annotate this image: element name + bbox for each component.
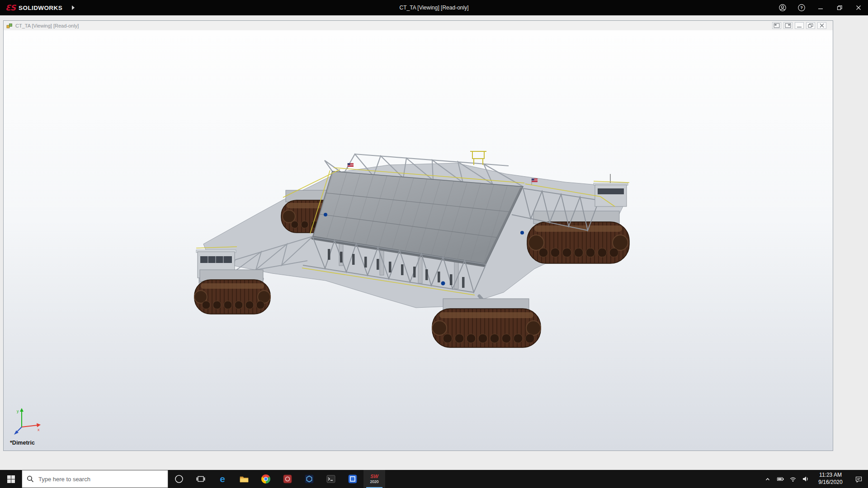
- tray-time: 11:23 AM: [819, 472, 842, 479]
- blue-app-icon: [347, 474, 358, 484]
- volume-icon: [802, 475, 809, 483]
- document-titlebar[interactable]: CT_TA [Viewing] [Read-only]: [4, 21, 833, 31]
- doc-tile-button[interactable]: [783, 22, 793, 29]
- solidworks-app-button[interactable]: SW 2020: [363, 470, 385, 488]
- main-window-client-area: CT_TA [Viewing] [Read-only]: [0, 15, 868, 470]
- close-icon: [856, 5, 861, 10]
- search-input[interactable]: [22, 470, 168, 488]
- svg-text:y: y: [17, 409, 19, 413]
- terminal-app-button[interactable]: [320, 470, 342, 488]
- file-explorer-button[interactable]: [233, 470, 255, 488]
- orientation-triad: y x: [13, 406, 42, 436]
- system-tray: 11:23 AM 9/16/2020: [761, 470, 868, 488]
- minimize-button[interactable]: [811, 0, 830, 15]
- red-app-button[interactable]: [277, 470, 298, 488]
- doc-minimize-icon: [796, 23, 802, 28]
- svg-text:?: ?: [800, 5, 803, 10]
- minimize-icon: [818, 5, 823, 10]
- action-center-icon: [855, 475, 863, 483]
- task-view-button[interactable]: [190, 470, 212, 488]
- search-icon: [27, 475, 34, 483]
- chrome-button[interactable]: [255, 470, 277, 488]
- doc-close-icon: [819, 23, 825, 28]
- doc-cascade-icon: [774, 23, 780, 28]
- help-icon: ?: [797, 3, 806, 12]
- blue-app-button[interactable]: [342, 470, 363, 488]
- menu-expand-arrow-icon[interactable]: [72, 5, 75, 10]
- doc-close-button[interactable]: [817, 22, 826, 29]
- doc-cascade-button[interactable]: [772, 22, 781, 29]
- taskbar-clock[interactable]: 11:23 AM 9/16/2020: [812, 470, 849, 488]
- svg-text:e: e: [220, 474, 225, 484]
- tray-overflow-button[interactable]: [761, 470, 774, 488]
- track-unit-rear-right: [527, 211, 629, 263]
- document-window: CT_TA [Viewing] [Read-only]: [3, 20, 833, 451]
- start-button[interactable]: [0, 470, 22, 488]
- taskbar-search[interactable]: [22, 470, 168, 488]
- restore-icon: [837, 5, 842, 10]
- action-center-button[interactable]: [849, 470, 868, 488]
- us-flag: [348, 163, 354, 169]
- help-button[interactable]: ?: [792, 0, 811, 15]
- doc-restore-icon: [807, 23, 814, 28]
- assembly-doc-icon: [6, 23, 13, 29]
- close-button[interactable]: [849, 0, 868, 15]
- account-icon: [778, 3, 787, 12]
- volume-button[interactable]: [799, 470, 812, 488]
- document-window-controls: [772, 22, 830, 29]
- app-titlebar: ƐS SOLIDWORKS CT_TA [Viewing] [Read-only…: [0, 0, 868, 15]
- doc-minimize-button[interactable]: [795, 22, 804, 29]
- document-title: CT_TA [Viewing] [Read-only]: [15, 23, 79, 28]
- graphics-viewport[interactable]: y x *Dimetric: [4, 30, 833, 450]
- ds-logo-icon: ƐS: [5, 3, 15, 12]
- doc-tile-icon: [785, 23, 791, 28]
- hexagon-app-icon: [304, 474, 315, 484]
- battery-icon: [777, 475, 784, 483]
- terminal-app-icon: [326, 474, 336, 484]
- right-control-cab: [594, 174, 628, 206]
- network-button[interactable]: [787, 470, 799, 488]
- doc-restore-button[interactable]: [806, 22, 815, 29]
- file-explorer-icon: [239, 474, 250, 484]
- edge-app-button[interactable]: e: [212, 470, 233, 488]
- solidworks-brand: ƐS SOLIDWORKS: [0, 3, 91, 12]
- crawler-transporter-model: [190, 147, 634, 357]
- cortana-button[interactable]: [168, 470, 190, 488]
- window-title: CT_TA [Viewing] [Read-only]: [0, 5, 868, 11]
- screen: ƐS SOLIDWORKS CT_TA [Viewing] [Read-only…: [0, 0, 868, 488]
- svg-text:x: x: [38, 427, 40, 432]
- track-unit-front-left: [194, 270, 270, 314]
- hexagon-app-button[interactable]: [298, 470, 320, 488]
- edge-icon: e: [217, 474, 228, 484]
- windows-taskbar: e: [0, 470, 868, 488]
- view-orientation-label: *Dimetric: [10, 440, 35, 446]
- task-view-icon: [195, 474, 206, 484]
- network-icon: [789, 475, 797, 483]
- red-app-icon: [282, 474, 293, 484]
- window-controls: ?: [773, 0, 868, 15]
- windows-start-icon: [7, 475, 15, 483]
- brand-name: SOLIDWORKS: [19, 5, 62, 11]
- chrome-icon: [260, 474, 271, 484]
- battery-button[interactable]: [774, 470, 787, 488]
- restore-button[interactable]: [830, 0, 849, 15]
- track-unit-front-right: [432, 299, 541, 347]
- solidworks-app-icon: SW 2020: [370, 474, 379, 484]
- tray-date: 9/16/2020: [818, 479, 842, 486]
- taskbar-spacer: [385, 470, 761, 488]
- account-button[interactable]: [773, 0, 792, 15]
- cortana-icon: [174, 474, 184, 484]
- tray-chevron-up-icon: [764, 475, 771, 483]
